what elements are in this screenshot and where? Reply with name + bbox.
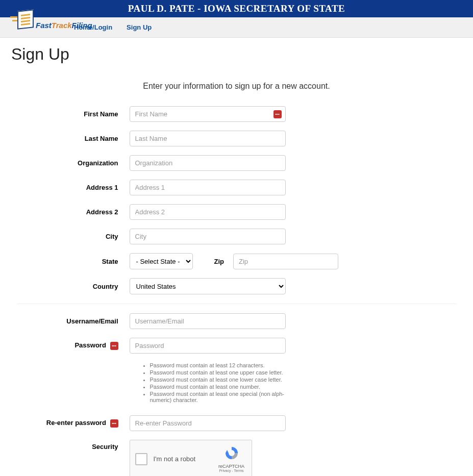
recaptcha-text: I'm not a robot <box>154 455 217 463</box>
username-field[interactable] <box>130 313 286 329</box>
password-manager-icon[interactable]: ••• <box>110 342 118 350</box>
pw-rule-item: Password must contain at least one speci… <box>150 391 297 403</box>
recaptcha-links[interactable]: Privacy - Terms <box>217 469 246 472</box>
last-name-field[interactable] <box>130 131 286 146</box>
recaptcha-brand: reCAPTCHA <box>217 464 246 469</box>
address1-field[interactable] <box>130 180 286 195</box>
last-name-label: Last Name <box>17 135 130 142</box>
svg-marker-0 <box>226 450 229 453</box>
first-name-field[interactable] <box>130 106 286 122</box>
autofill-icon[interactable]: ••• <box>273 110 282 118</box>
country-label: Country <box>17 283 130 290</box>
first-name-label: First Name <box>17 110 130 118</box>
address1-label: Address 1 <box>17 184 130 191</box>
document-speed-icon <box>10 9 36 30</box>
password-label: Password <box>74 341 106 349</box>
organization-label: Organization <box>17 159 130 167</box>
instruction-text: Enter your information to sign up for a … <box>17 82 456 91</box>
security-label: Security <box>17 440 130 450</box>
banner-title: PAUL D. PATE - IOWA SECRETARY OF STATE <box>128 3 345 14</box>
navbar: FastTrackFiling Home/Login Sign Up <box>0 17 473 38</box>
logo-text: FastTrackFiling <box>36 21 92 30</box>
nav-sign-up[interactable]: Sign Up <box>127 23 152 31</box>
password-field[interactable] <box>130 338 286 354</box>
section-divider <box>17 304 456 304</box>
city-label: City <box>17 233 130 240</box>
state-select[interactable]: - Select State - <box>130 253 193 269</box>
address2-field[interactable] <box>130 204 286 220</box>
logo[interactable]: FastTrackFiling <box>10 9 92 30</box>
recaptcha-logo: reCAPTCHA Privacy - Terms <box>217 445 246 472</box>
recaptcha-widget: I'm not a robot reCAPTCHA Privacy - Term… <box>130 440 252 476</box>
country-select[interactable]: United States <box>130 278 286 294</box>
reenter-password-label: Re-enter password <box>46 419 106 427</box>
city-field[interactable] <box>130 229 286 244</box>
reenter-password-field[interactable] <box>130 415 286 431</box>
address2-label: Address 2 <box>17 208 130 216</box>
recaptcha-checkbox[interactable] <box>135 453 147 465</box>
organization-field[interactable] <box>130 155 286 171</box>
zip-label: Zip <box>214 258 225 265</box>
pw-rule-item: Password must contain at least 12 charac… <box>150 362 297 368</box>
password-manager-icon[interactable]: ••• <box>110 419 118 428</box>
pw-rule-item: Password must contain at least one lower… <box>150 377 297 383</box>
password-rules-list: Password must contain at least 12 charac… <box>141 362 297 403</box>
pw-rule-item: Password must contain at least one upper… <box>150 369 297 375</box>
pw-rule-item: Password must contain at least one numbe… <box>150 384 297 390</box>
recaptcha-icon <box>224 445 239 461</box>
page-title: Sign Up <box>0 38 473 64</box>
zip-field[interactable] <box>233 254 338 269</box>
state-label: State <box>17 258 130 265</box>
username-label: Username/Email <box>17 317 130 325</box>
